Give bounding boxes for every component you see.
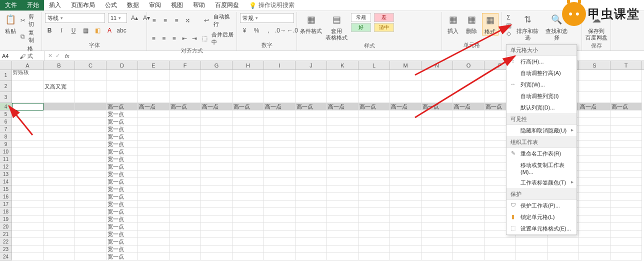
cell-K24[interactable] [327, 253, 358, 260]
row-header-2[interactable]: 2 [0, 81, 12, 92]
cell-O18[interactable] [453, 208, 484, 216]
cell-B7[interactable] [44, 126, 75, 133]
cell-O10[interactable] [453, 148, 484, 156]
col-header-G[interactable]: G [201, 61, 232, 70]
cell-J23[interactable] [296, 246, 327, 253]
cell-L22[interactable] [358, 238, 390, 246]
menu-move[interactable]: 移动或复制工作表(M)... [506, 160, 576, 177]
cell-K11[interactable] [327, 156, 358, 163]
row-header-20[interactable]: 20 [0, 223, 12, 230]
cell-C2[interactable] [75, 81, 106, 92]
cell-E23[interactable] [138, 246, 170, 253]
cell-I21[interactable] [264, 230, 296, 238]
cell-D5[interactable]: 宽一点 [106, 110, 138, 118]
cell-E1[interactable] [138, 70, 170, 81]
cell-R23[interactable] [548, 246, 579, 253]
cell-D19[interactable]: 宽一点 [106, 216, 138, 223]
cell-K13[interactable] [327, 170, 358, 178]
cell-C24[interactable] [75, 253, 106, 260]
align-middle-icon[interactable]: ≡ [161, 16, 169, 25]
cell-L16[interactable] [358, 193, 390, 200]
cell-S16[interactable] [579, 193, 610, 200]
menu-row-height[interactable]: ↕行高(H)... [506, 56, 576, 68]
cell-R22[interactable] [548, 238, 579, 246]
col-header-M[interactable]: M [390, 61, 422, 70]
cell-B16[interactable] [44, 193, 75, 200]
sort-filter-button[interactable]: ⇅ 排序和筛选 [514, 13, 541, 41]
enter-icon[interactable]: ✓ [56, 52, 60, 59]
cell-H19[interactable] [232, 216, 264, 223]
cell-G9[interactable] [201, 140, 232, 148]
cell-M3[interactable] [390, 92, 422, 103]
cell-H1[interactable] [232, 70, 264, 81]
cell-B2[interactable]: 又高又宽 [44, 81, 75, 92]
row-header-18[interactable]: 18 [0, 208, 12, 216]
cell-K3[interactable] [327, 92, 358, 103]
cell-N7[interactable] [422, 126, 453, 133]
cell-B21[interactable] [44, 230, 75, 238]
cell-K8[interactable] [327, 133, 358, 140]
cell-F20[interactable] [170, 223, 201, 230]
cell-S2[interactable] [579, 81, 610, 92]
cell-D9[interactable]: 宽一点 [106, 140, 138, 148]
cell-K6[interactable] [327, 118, 358, 126]
cell-M24[interactable] [390, 253, 422, 260]
cell-C1[interactable] [75, 70, 106, 81]
cell-J3[interactable] [296, 92, 327, 103]
copy-button[interactable]: ⧉复制 [20, 29, 38, 44]
cell-A14[interactable] [12, 178, 44, 186]
clear-button[interactable]: ◇ [505, 30, 512, 37]
col-header-D[interactable]: D [106, 61, 138, 70]
cell-C7[interactable] [75, 126, 106, 133]
cell-C6[interactable] [75, 118, 106, 126]
cell-H2[interactable] [232, 81, 264, 92]
cell-M15[interactable] [390, 186, 422, 193]
row-header-8[interactable]: 8 [0, 133, 12, 140]
row-header-14[interactable]: 14 [0, 178, 12, 186]
tell-me-search[interactable]: 💡 操作说明搜索 [244, 0, 300, 10]
menu-autofit-col[interactable]: 自动调整列宽(I) [506, 90, 576, 102]
cell-I1[interactable] [264, 70, 296, 81]
cell-F1[interactable] [170, 70, 201, 81]
cell-I23[interactable] [264, 246, 296, 253]
cell-L17[interactable] [358, 200, 390, 208]
italic-button[interactable]: I [57, 26, 66, 35]
tab-insert[interactable]: 插入 [44, 0, 66, 10]
menu-hide[interactable]: 隐藏和取消隐藏(U)▸ [506, 125, 576, 136]
cell-F7[interactable] [170, 126, 201, 133]
cell-C8[interactable] [75, 133, 106, 140]
cell-I16[interactable] [264, 193, 296, 200]
cell-D8[interactable]: 宽一点 [106, 133, 138, 140]
border-button[interactable]: ▦ [81, 26, 90, 35]
row-header-4[interactable]: 4 [0, 103, 12, 110]
cell-K10[interactable] [327, 148, 358, 156]
cell-B4[interactable] [44, 103, 75, 110]
cell-M17[interactable] [390, 200, 422, 208]
cell-H4[interactable]: 高一点 [232, 103, 264, 110]
cell-C10[interactable] [75, 148, 106, 156]
cell-T22[interactable] [610, 238, 642, 246]
cell-B19[interactable] [44, 216, 75, 223]
cell-J8[interactable] [296, 133, 327, 140]
align-bottom-icon[interactable]: ≡ [172, 16, 180, 25]
menu-default-width[interactable]: 默认列宽(D)... [506, 102, 576, 114]
cell-I9[interactable] [264, 140, 296, 148]
cell-J15[interactable] [296, 186, 327, 193]
cell-K9[interactable] [327, 140, 358, 148]
cell-B17[interactable] [44, 200, 75, 208]
cell-O14[interactable] [453, 178, 484, 186]
cell-M20[interactable] [390, 223, 422, 230]
cell-E22[interactable] [138, 238, 170, 246]
cell-Q22[interactable] [516, 238, 548, 246]
cell-H3[interactable] [232, 92, 264, 103]
cell-J7[interactable] [296, 126, 327, 133]
cell-N18[interactable] [422, 208, 453, 216]
cell-H10[interactable] [232, 148, 264, 156]
cell-T4[interactable]: 高一点 [610, 103, 642, 110]
cell-I18[interactable] [264, 208, 296, 216]
cell-N11[interactable] [422, 156, 453, 163]
cell-A23[interactable] [12, 246, 44, 253]
cell-G12[interactable] [201, 163, 232, 170]
cell-A18[interactable] [12, 208, 44, 216]
cell-N14[interactable] [422, 178, 453, 186]
